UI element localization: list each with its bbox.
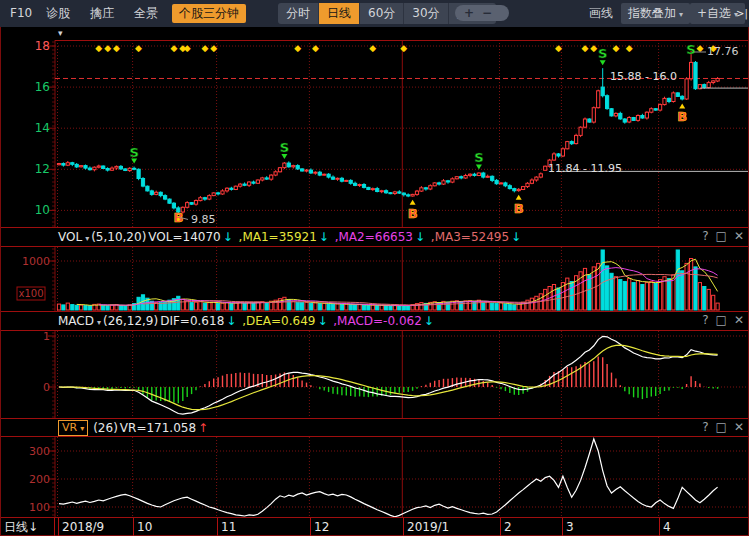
stock-chart-app: { "toolbar":{ "f10":"F10","zhengu":"诊股",… [0, 0, 749, 536]
svg-text:S: S [598, 46, 607, 61]
period-intraday[interactable]: 分时 [278, 3, 319, 24]
date-label: 10 [137, 518, 152, 536]
date-tick [562, 518, 563, 536]
svg-text:◆: ◆ [626, 43, 633, 53]
vol-value: ,MA2=66653 [331, 230, 413, 244]
svg-text:◆: ◆ [104, 43, 111, 53]
macd-window-buttons: ?□✕ [695, 313, 744, 327]
svg-text:B: B [514, 201, 524, 216]
close-icon[interactable]: ✕ [734, 229, 744, 243]
svg-text:S: S [474, 150, 483, 165]
svg-text:◆: ◆ [95, 43, 102, 53]
vr-params: (26) [93, 421, 118, 435]
maximize-icon[interactable]: □ [716, 420, 727, 434]
help-icon[interactable]: ? [702, 420, 708, 434]
svg-text:300: 300 [29, 445, 50, 458]
svg-text:9.85: 9.85 [191, 213, 216, 226]
svg-text:B: B [677, 109, 687, 124]
collapse-panel-icon[interactable]: >| [736, 0, 748, 27]
date-tick [500, 518, 501, 536]
chevron-down-icon: ▾ [80, 424, 84, 433]
macd-chart[interactable]: 10 [0, 331, 749, 418]
maximize-icon[interactable]: □ [716, 313, 727, 327]
f10-button[interactable]: F10 [6, 0, 36, 27]
date-tick [310, 518, 311, 536]
arrow-down-icon: ↓ [28, 520, 38, 534]
date-label: 2018/9 [62, 518, 104, 536]
date-tick [403, 518, 404, 536]
svg-text:15.88 - 16.0: 15.88 - 16.0 [610, 70, 677, 83]
zoom-out-button[interactable]: − [482, 6, 500, 20]
date-tick [58, 518, 59, 536]
svg-text:14: 14 [35, 121, 50, 135]
main-indicator-dropdown-icon[interactable]: ▾ [58, 28, 63, 38]
date-label: 2019/1 [407, 518, 449, 536]
stock-3min-button[interactable]: 个股三分钟 [172, 4, 246, 23]
help-icon[interactable]: ? [702, 229, 708, 243]
chevron-down-icon: ▾ [679, 10, 683, 19]
vol-value: VOL=14070 [148, 230, 220, 244]
svg-text:◆: ◆ [201, 43, 208, 53]
svg-text:◆: ◆ [400, 43, 407, 53]
main-kline-chart[interactable]: 1816141210◆◆◆◆◆◆◆◆◆◆◆◆◆◆◆◆◆◆◆◆SBSBSBSBS1… [0, 40, 749, 227]
svg-text:◆: ◆ [612, 43, 619, 53]
svg-text:◆: ◆ [210, 43, 217, 53]
svg-text:◆: ◆ [369, 43, 376, 53]
zoom-in-button[interactable]: + [464, 6, 482, 20]
diagnose-stock-button[interactable]: 诊股 [42, 0, 74, 27]
date-label: 3 [566, 518, 574, 536]
date-label: 12 [314, 518, 329, 536]
macd-values: DIF=0.618↓ ,DEA=0.649↓ ,MACD=-0.062↓ [160, 314, 436, 328]
macd-value: ↓ [226, 314, 236, 328]
macd-value: ↓ [317, 314, 327, 328]
index-overlay-button[interactable]: 指数叠加▾ [621, 3, 690, 24]
macd-value: ,DEA=0.649 [238, 314, 315, 328]
maximize-icon[interactable]: □ [716, 229, 727, 243]
svg-text:◆: ◆ [582, 43, 589, 53]
close-icon[interactable]: ✕ [734, 313, 744, 327]
svg-text:S: S [129, 145, 138, 160]
panorama-button[interactable]: 全景 [130, 0, 162, 27]
svg-text:B: B [408, 206, 418, 221]
period-daily[interactable]: 日线 [319, 3, 360, 24]
vol-params: (5,10,20) [91, 230, 146, 244]
vol-indicator-dropdown[interactable]: VOL▾ [58, 230, 89, 244]
help-icon[interactable]: ? [702, 313, 708, 327]
svg-text:11.84 - 11.95: 11.84 - 11.95 [548, 162, 622, 175]
chevron-down-icon: ▾ [85, 234, 89, 243]
vr-indicator-dropdown[interactable]: VR▾ [58, 420, 88, 436]
vol-value: ↓ [511, 230, 521, 244]
date-tick [659, 518, 660, 536]
vol-value: ↓ [223, 230, 233, 244]
svg-text:100: 100 [29, 501, 50, 514]
date-label: 2 [504, 518, 512, 536]
svg-text:S: S [686, 42, 695, 57]
macd-value: ↓ [424, 314, 434, 328]
svg-text:1: 1 [43, 331, 50, 343]
vr-values: VR=171.058↑ [120, 421, 210, 435]
date-tick [133, 518, 134, 536]
vol-value: ↓ [319, 230, 329, 244]
period-indicator[interactable]: 日线↓ [0, 518, 55, 536]
date-axis-bar: 日线↓ 2018/91011122019/1234 [0, 517, 749, 536]
catch-banker-button[interactable]: 擒庄 [86, 0, 118, 27]
period-60min[interactable]: 60分 [360, 3, 404, 24]
vol-window-buttons: ?□✕ [695, 229, 744, 243]
macd-indicator-dropdown[interactable]: MACD▾ [58, 314, 101, 328]
draw-line-button[interactable]: 画线 [585, 0, 617, 27]
svg-text:◆: ◆ [135, 43, 142, 53]
vr-value: ↑ [198, 421, 208, 435]
chevron-down-icon: ▾ [97, 318, 101, 327]
svg-text:10: 10 [35, 203, 50, 217]
vr-chart[interactable]: 300200100 [0, 437, 749, 517]
svg-text:S: S [280, 140, 289, 155]
volume-chart[interactable]: 1000x100 [0, 247, 749, 311]
vol-values: VOL=14070↓ ,MA1=35921↓ ,MA2=66653↓ ,MA3=… [148, 230, 523, 244]
svg-text:x100: x100 [18, 288, 43, 299]
svg-text:◆: ◆ [590, 43, 597, 53]
close-icon[interactable]: ✕ [734, 420, 744, 434]
period-30min[interactable]: 30分 [404, 3, 448, 24]
zoom-pill: +− [455, 5, 509, 21]
svg-text:◆: ◆ [312, 43, 319, 53]
macd-params: (26,12,9) [103, 314, 158, 328]
